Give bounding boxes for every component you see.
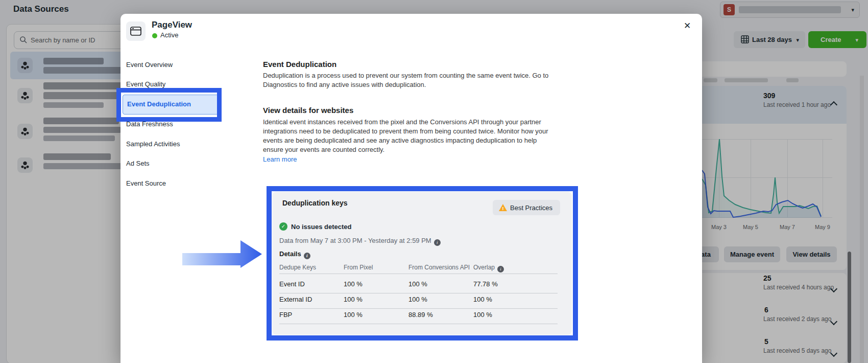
section-heading: View details for websites — [263, 106, 353, 115]
tab-event-source[interactable]: Event Source — [126, 179, 166, 187]
status-label: Active — [160, 31, 178, 39]
tab-event-overview[interactable]: Event Overview — [126, 61, 173, 69]
tab-event-quality[interactable]: Event Quality — [126, 80, 165, 88]
section-heading: Event Deduplication — [263, 60, 336, 69]
annotation-highlight-box-panel — [267, 186, 578, 341]
browser-window-icon — [126, 21, 146, 41]
screen: Data Sources S ▾ Last 28 days ▾ Create ▾ — [0, 0, 868, 363]
modal-title: PageView — [152, 20, 192, 30]
annotation-highlight-box-nav — [116, 88, 222, 122]
learn-more-link[interactable]: Learn more — [263, 155, 297, 163]
tab-ad-sets[interactable]: Ad Sets — [126, 160, 150, 167]
section-body: Identical event instances received from … — [263, 118, 554, 154]
tab-sampled-activities[interactable]: Sampled Activities — [126, 140, 180, 148]
close-icon[interactable]: ✕ — [680, 19, 694, 33]
active-status-dot — [152, 33, 157, 38]
annotation-arrow-icon — [181, 239, 263, 269]
section-body: Deduplication is a process used to preve… — [263, 71, 554, 89]
